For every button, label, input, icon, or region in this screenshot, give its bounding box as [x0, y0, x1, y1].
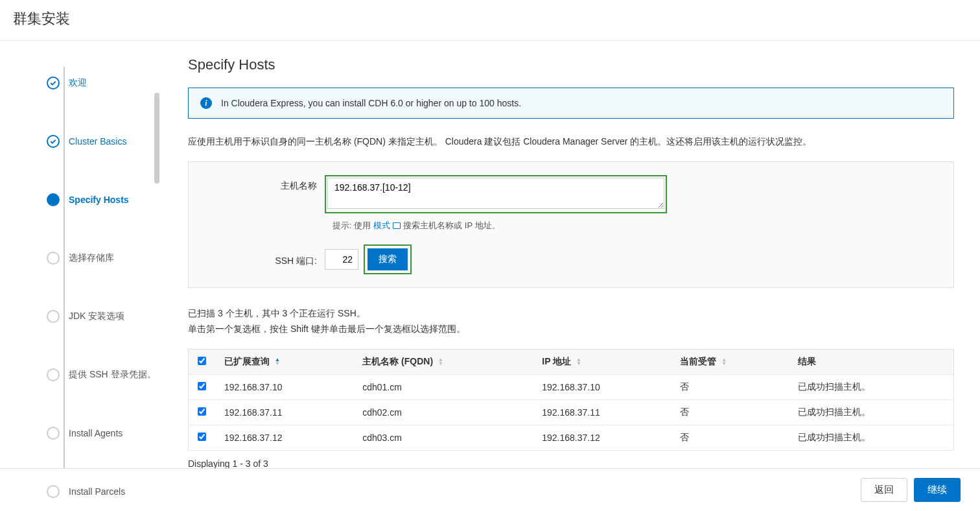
header-fqdn[interactable]: 主机名称 (FQDN) ▲▼: [353, 349, 533, 374]
new-window-icon: [393, 222, 401, 229]
cell-fqdn: cdh01.cm: [353, 374, 533, 399]
continue-button[interactable]: 继续: [914, 478, 961, 502]
step-label: Specify Hosts: [69, 195, 129, 205]
step-label: 提供 SSH 登录凭据。: [69, 369, 156, 381]
header-ip[interactable]: IP 地址 ▲▼: [533, 349, 671, 374]
cell-fqdn: cdh02.cm: [353, 399, 533, 425]
row-checkbox[interactable]: [198, 407, 206, 416]
page-header: 群集安装: [0, 0, 980, 41]
ssh-port-label: SSH 端口:: [208, 252, 325, 267]
cell-fqdn: cdh03.cm: [353, 425, 533, 450]
step-cluster-basics[interactable]: Cluster Basics: [10, 112, 162, 171]
step-label: 欢迎: [69, 77, 87, 89]
cell-ip: 192.168.37.11: [533, 399, 671, 425]
sort-icon: ▲▼: [275, 358, 280, 366]
cell-result: 已成功扫描主机。: [789, 374, 954, 399]
cell-ip: 192.168.37.12: [533, 425, 671, 450]
info-banner: i In Cloudera Express, you can install C…: [188, 88, 954, 119]
cell-expanded: 192.168.37.11: [215, 399, 353, 425]
hint-row: 提示: 使用 模式 搜索主机名称或 IP 地址。: [332, 220, 934, 232]
header-checkbox-col: [189, 349, 216, 374]
search-highlight: 搜索: [364, 244, 412, 274]
step-install-agents: Install Agents: [10, 404, 162, 462]
pending-step-icon: [47, 485, 60, 498]
step-label: 选择存储库: [69, 252, 114, 264]
table-row: 192.168.37.11 cdh02.cm 192.168.37.11 否 已…: [189, 399, 954, 425]
pending-step-icon: [47, 427, 60, 440]
header-managed-label: 当前受管: [680, 356, 716, 366]
table-header-row: 已扩展查询 ▲▼ 主机名称 (FQDN) ▲▼ IP 地址 ▲▼ 当前受管 ▲▼: [189, 349, 954, 374]
cell-expanded: 192.168.37.10: [215, 374, 353, 399]
header-ip-label: IP 地址: [542, 356, 571, 366]
back-button[interactable]: 返回: [861, 478, 907, 502]
check-icon: [47, 77, 60, 89]
step-list: 欢迎 Cluster Basics Specify Hosts 选择存储库: [10, 54, 162, 511]
hostname-row: 主机名称: [208, 175, 934, 213]
search-button[interactable]: 搜索: [368, 248, 408, 270]
cell-expanded: 192.168.37.12: [215, 425, 353, 450]
pattern-link[interactable]: 模式: [373, 220, 390, 232]
cell-result: 已成功扫描主机。: [789, 425, 954, 450]
scan-line-1: 已扫描 3 个主机，其中 3 个正在运行 SSH。: [188, 306, 954, 322]
check-icon: [47, 135, 60, 148]
ssh-port-input[interactable]: [325, 249, 358, 270]
wizard-sidebar: 欢迎 Cluster Basics Specify Hosts 选择存储库: [0, 41, 162, 511]
hint-suffix: 搜索主机名称或 IP 地址。: [403, 220, 500, 232]
info-icon: i: [200, 97, 212, 109]
step-ssh-credentials: 提供 SSH 登录凭据。: [10, 346, 162, 404]
main-title: Specify Hosts: [188, 56, 954, 73]
host-form-panel: 主机名称 提示: 使用 模式 搜索主机名称或 IP 地址。 SSH 端口: 搜索: [188, 161, 954, 288]
sort-icon: ▲▼: [721, 358, 727, 366]
cell-managed: 否: [671, 399, 788, 425]
sort-icon: ▲▼: [576, 358, 581, 366]
scan-info: 已扫描 3 个主机，其中 3 个正在运行 SSH。 单击第一个复选框，按住 Sh…: [188, 306, 954, 337]
hostname-input[interactable]: [327, 178, 664, 209]
main-content: Specify Hosts i In Cloudera Express, you…: [162, 41, 980, 511]
row-checkbox[interactable]: [198, 382, 206, 390]
step-label: JDK 安装选项: [69, 311, 124, 322]
step-label: Cluster Basics: [69, 136, 126, 147]
row-checkbox[interactable]: [198, 433, 206, 441]
sort-icon: ▲▼: [438, 358, 443, 366]
header-result: 结果: [789, 349, 954, 374]
header-expanded[interactable]: 已扩展查询 ▲▼: [215, 349, 353, 374]
ssh-row: SSH 端口: 搜索: [208, 244, 934, 274]
hostname-highlight: [325, 175, 667, 213]
hostname-label: 主机名称: [208, 175, 325, 192]
cell-managed: 否: [671, 374, 788, 399]
pending-step-icon: [47, 368, 60, 381]
container: 欢迎 Cluster Basics Specify Hosts 选择存储库: [0, 41, 980, 511]
cell-managed: 否: [671, 425, 788, 450]
header-managed[interactable]: 当前受管 ▲▼: [671, 349, 788, 374]
step-label: Install Agents: [69, 428, 122, 438]
header-fqdn-label: 主机名称 (FQDN): [362, 356, 433, 366]
step-select-repository: 选择存储库: [10, 229, 162, 287]
instruction-text: 应使用主机用于标识自身的同一主机名称 (FQDN) 来指定主机。 Clouder…: [188, 134, 954, 149]
step-label: Install Parcels: [69, 486, 125, 497]
header-result-label: 结果: [798, 356, 816, 366]
cell-ip: 192.168.37.10: [533, 374, 671, 399]
scan-line-2: 单击第一个复选框，按住 Shift 键并单击最后一个复选框以选择范围。: [188, 322, 954, 337]
step-install-parcels: Install Parcels: [10, 462, 162, 511]
table-row: 192.168.37.10 cdh01.cm 192.168.37.10 否 已…: [189, 374, 954, 399]
select-all-checkbox[interactable]: [198, 357, 206, 365]
step-jdk-options: JDK 安装选项: [10, 287, 162, 346]
pending-step-icon: [47, 252, 60, 265]
page-title: 群集安装: [13, 9, 967, 29]
current-step-icon: [47, 193, 60, 206]
hint-prefix: 提示: 使用: [332, 220, 371, 232]
table-row: 192.168.37.12 cdh03.cm 192.168.37.12 否 已…: [189, 425, 954, 450]
cell-result: 已成功扫描主机。: [789, 399, 954, 425]
step-specify-hosts[interactable]: Specify Hosts: [10, 171, 162, 229]
pending-step-icon: [47, 310, 60, 323]
step-welcome[interactable]: 欢迎: [10, 54, 162, 112]
banner-text: In Cloudera Express, you can install CDH…: [221, 98, 521, 108]
hosts-table: 已扩展查询 ▲▼ 主机名称 (FQDN) ▲▼ IP 地址 ▲▼ 当前受管 ▲▼: [188, 349, 954, 451]
header-expanded-label: 已扩展查询: [224, 356, 270, 366]
